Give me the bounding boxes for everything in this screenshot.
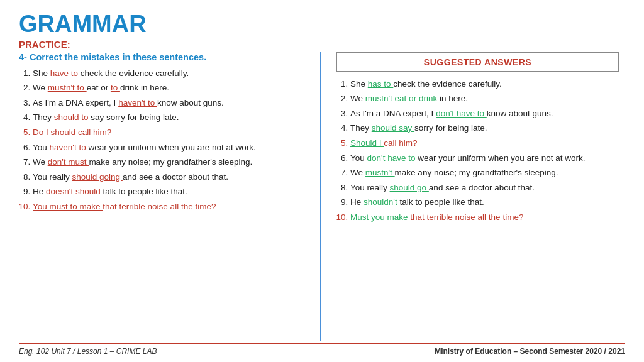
text-part: and see a doctor about that. [429, 183, 535, 192]
text-part: You [350, 153, 367, 163]
text-part: You really [350, 183, 390, 192]
text-part: that terrible noise all the time? [103, 202, 216, 211]
text-part: know about guns. [157, 98, 224, 107]
text-part: As I'm a DNA expert, I [33, 98, 118, 107]
text-part: wear your uniform when you are not at wo… [418, 153, 585, 163]
text-part: has to [368, 79, 394, 89]
text-part: He [33, 187, 46, 196]
content-area: 4- Correct the mistakes in these sentenc… [19, 52, 625, 341]
text-part: Should I [350, 138, 384, 148]
text-part: eat or [87, 83, 111, 92]
text-part: talk to people like that. [103, 187, 187, 196]
practice-label: PRACTICE: [19, 39, 625, 50]
right-panel: SUGGESTED ANSWERS She has to check the e… [321, 52, 625, 341]
text-part: and see a doctor about that. [123, 172, 228, 182]
text-part: You must to make [33, 202, 103, 211]
text-part: make any noise; my grandfather's sleepin… [89, 157, 252, 167]
text-part: He [350, 197, 364, 207]
text-part: talk to people like that. [399, 197, 484, 207]
text-part: We [350, 94, 365, 103]
page: GRAMMAR PRACTICE: 4- Correct the mistake… [0, 0, 644, 362]
text-part: We [33, 157, 48, 167]
suggested-answers-box: SUGGESTED ANSWERS [336, 52, 619, 72]
footer-right: Ministry of Education – Second Semester … [435, 347, 625, 356]
text-part: Must you make [350, 212, 410, 222]
text-part: don't have to [436, 109, 487, 118]
footer-left: Eng. 102 Unit 7 / Lesson 1 – CRIME LAB [19, 347, 157, 356]
text-part: check the evidence carefully. [80, 69, 189, 78]
text-part: call him? [384, 138, 417, 148]
text-part: You really [33, 172, 72, 182]
text-part: haven't to [50, 143, 89, 152]
text-part: She [350, 79, 368, 89]
left-list: She have to check the evidence carefully… [19, 67, 308, 213]
text-part: to [111, 83, 120, 92]
text-part: call him? [78, 128, 111, 137]
text-part: doesn't should [46, 187, 103, 196]
suggested-answers-label: SUGGESTED ANSWERS [424, 57, 531, 67]
left-panel: 4- Correct the mistakes in these sentenc… [19, 52, 321, 341]
text-part: shouldn't [364, 197, 399, 207]
text-part: As I'm a DNA expert, I [350, 109, 436, 118]
text-part: We [33, 83, 48, 92]
text-part: have to [50, 69, 80, 78]
text-part: mustn't eat or drink [365, 94, 440, 103]
text-part: should to [54, 112, 91, 122]
text-part: mustn't [365, 168, 395, 177]
text-part: drink in here. [120, 83, 169, 92]
text-part: She [33, 69, 50, 78]
text-part: wear your uniform when you are not at wo… [88, 143, 255, 152]
text-part: make any noise; my grandfather's sleepin… [395, 168, 558, 177]
text-part: should say [372, 123, 414, 133]
right-list: She has to check the evidence carefully.… [336, 78, 625, 224]
footer: Eng. 102 Unit 7 / Lesson 1 – CRIME LAB M… [19, 343, 625, 356]
text-part: know about guns. [487, 109, 553, 118]
text-part: They [350, 123, 372, 133]
text-part: You [33, 143, 50, 152]
text-part: We [350, 168, 365, 177]
text-part: mustn't to [48, 83, 87, 92]
text-part: check the evidence carefully. [393, 79, 501, 89]
header-title: GRAMMAR [19, 11, 625, 38]
text-part: Do I should [33, 128, 78, 137]
text-part: that terrible noise all the time? [410, 212, 523, 222]
text-part: sorry for being late. [414, 123, 487, 133]
text-part: They [33, 112, 54, 122]
text-part: should go [390, 183, 429, 192]
text-part: haven't to [118, 98, 157, 107]
section-title: 4- Correct the mistakes in these sentenc… [19, 52, 308, 62]
text-part: in here. [440, 94, 468, 103]
text-part: say sorry for being late. [91, 112, 179, 122]
text-part: should going [72, 172, 123, 182]
text-part: don't have to [367, 153, 418, 163]
text-part: don't must [48, 157, 89, 167]
